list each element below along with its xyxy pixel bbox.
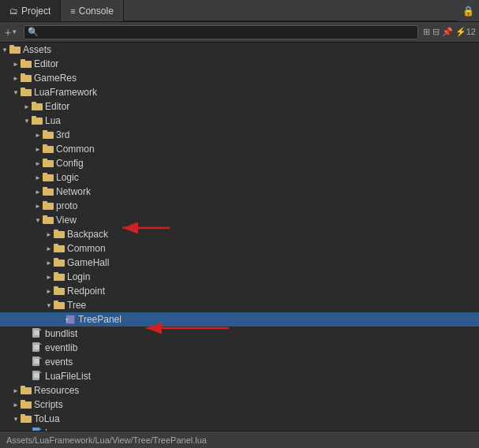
tree-arrow[interactable] <box>11 398 21 412</box>
folder-icon <box>54 286 65 297</box>
tree-arrow[interactable] <box>44 241 54 256</box>
lock-icon: 🔒 <box>462 6 474 17</box>
tree-arrow[interactable] <box>22 355 32 369</box>
tree-arrow[interactable] <box>33 199 43 213</box>
tree-item-9[interactable]: Config <box>0 156 479 170</box>
tree-item-13[interactable]: View <box>0 213 479 227</box>
svg-marker-42 <box>39 328 42 330</box>
svg-rect-6 <box>21 89 32 96</box>
tree-item-24[interactable]: LuaFileList <box>0 369 479 383</box>
tree-item-12[interactable]: proto <box>0 199 479 213</box>
tree-arrow[interactable] <box>44 227 54 241</box>
svg-rect-21 <box>43 187 47 189</box>
icon-layers[interactable]: ⚡12 <box>455 27 476 37</box>
tree-item-6[interactable]: Lua <box>0 114 479 128</box>
icon-grid[interactable]: ⊞ <box>423 27 430 37</box>
tree-item-label: Editor <box>45 101 69 112</box>
tree-item-26[interactable]: Scripts <box>0 398 479 412</box>
tree-item-11[interactable]: Network <box>0 185 479 199</box>
tree-arrow[interactable] <box>33 213 43 227</box>
svg-marker-57 <box>39 371 42 373</box>
tree-item-14[interactable]: Backpack <box>0 227 479 241</box>
tree-arrow[interactable] <box>22 327 32 341</box>
svg-rect-9 <box>32 102 36 104</box>
svg-rect-1 <box>9 45 14 47</box>
tree-arrow[interactable] <box>44 284 54 298</box>
tree-item-22[interactable]: eventlib <box>0 341 479 355</box>
tree-item-16[interactable]: GameHall <box>0 256 479 270</box>
search-input[interactable] <box>41 28 414 37</box>
svg-rect-12 <box>43 132 54 139</box>
tree-arrow[interactable] <box>11 71 21 85</box>
tree-item-27[interactable]: ToLua <box>0 412 479 426</box>
svg-rect-29 <box>54 244 58 246</box>
tree-item-4[interactable]: LuaFramework <box>0 85 479 99</box>
folder-icon <box>54 271 65 282</box>
tree-item-label: eventlib <box>45 342 77 353</box>
tree-arrow[interactable] <box>22 426 32 431</box>
folder-icon <box>43 158 54 169</box>
tree-arrow[interactable] <box>11 57 21 71</box>
tree-item-23[interactable]: events <box>0 355 479 369</box>
tree-item-18[interactable]: Redpoint <box>0 284 479 298</box>
tree-arrow[interactable] <box>33 156 43 170</box>
tree-arrow[interactable] <box>22 369 32 383</box>
svg-marker-47 <box>39 342 42 345</box>
tree-item-2[interactable]: Editor <box>0 57 479 71</box>
tree-arrow[interactable] <box>22 99 32 114</box>
tree-item-21[interactable]: bundlist <box>0 327 479 341</box>
search-box[interactable]: 🔍 <box>24 25 418 39</box>
svg-rect-11 <box>32 116 36 118</box>
tree-item-label: Editor <box>34 58 58 69</box>
tree-item-5[interactable]: Editor <box>0 99 479 114</box>
svg-rect-15 <box>43 144 47 147</box>
tree-arrow[interactable] <box>33 142 43 156</box>
add-button[interactable]: + ▼ <box>3 24 19 40</box>
file-icon <box>32 371 43 382</box>
folder-icon <box>32 115 43 126</box>
folder-icon <box>32 101 43 112</box>
tree-item-19[interactable]: Tree <box>0 298 479 312</box>
tree-arrow[interactable] <box>11 383 21 398</box>
tree-item-7[interactable]: 3rd <box>0 128 479 142</box>
svg-rect-17 <box>43 159 47 161</box>
tree-item-label: Tree <box>67 300 86 311</box>
tab-project[interactable]: 🗂 Project <box>0 0 61 21</box>
tree-item-label: 3rd <box>56 129 69 140</box>
tab-console-label: Console <box>79 6 114 17</box>
icon-pin[interactable]: 📌 <box>442 27 453 37</box>
project-icon: 🗂 <box>9 6 18 16</box>
tree-arrow[interactable] <box>33 128 43 142</box>
tree-arrow[interactable] <box>44 256 54 270</box>
svg-rect-5 <box>21 73 25 76</box>
tree-arrow[interactable] <box>55 312 65 327</box>
tree-arrow[interactable] <box>33 185 43 199</box>
tree-item-17[interactable]: Login <box>0 270 479 284</box>
svg-rect-10 <box>32 118 43 125</box>
tree-item-15[interactable]: Common <box>0 241 479 256</box>
tree-arrow[interactable] <box>33 170 43 185</box>
tree-item-3[interactable]: GameRes <box>0 71 479 85</box>
tree-arrow[interactable] <box>22 341 32 355</box>
tree-item-label: Redpoint <box>67 286 105 297</box>
tree-arrow[interactable] <box>0 43 9 57</box>
folder-icon <box>21 87 32 98</box>
tree-item-28[interactable]: lua Lua <box>0 426 479 431</box>
tree-item-20[interactable]: T TreePanel <box>0 312 479 327</box>
tree-item-8[interactable]: Common <box>0 142 479 156</box>
tree-arrow[interactable] <box>11 85 21 99</box>
tree-arrow[interactable] <box>44 298 54 312</box>
tree-arrow[interactable] <box>11 412 21 426</box>
tab-console[interactable]: ≡ Console <box>61 0 123 21</box>
tree-item-1[interactable]: Assets <box>0 43 479 57</box>
tree-arrow[interactable] <box>22 114 32 128</box>
svg-rect-8 <box>32 103 43 110</box>
icon-list[interactable]: ⊟ <box>432 27 440 37</box>
folder-icon <box>43 144 54 155</box>
tree-item-10[interactable]: Logic <box>0 170 479 185</box>
tree-item-25[interactable]: Resources <box>0 383 479 398</box>
tree-item-label: Config <box>56 158 84 169</box>
folder-icon <box>21 73 32 84</box>
tree-arrow[interactable] <box>44 270 54 284</box>
svg-rect-61 <box>21 387 32 394</box>
